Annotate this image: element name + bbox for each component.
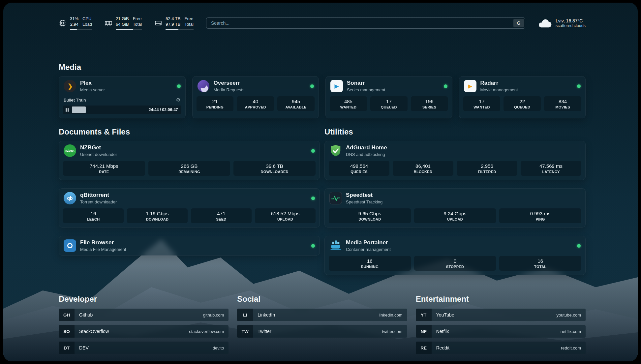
bookmark-url: twitter.com [382,325,407,338]
stat-tile: 196 SERIES [411,96,448,111]
status-dot [577,244,581,248]
stat-label: LATENCY [522,170,580,174]
entertainment-heading: Entertainment [416,294,586,304]
status-dot [177,84,181,88]
memory-total-value: 64 GiB [116,22,129,27]
stat-value: 40 [238,99,273,104]
stat-label: STOPPED [415,265,495,269]
bookmark-abbr: DT [59,342,75,354]
memory-icon [105,19,112,27]
service-card-sonarr[interactable]: ▶ Sonarr Series management 485 WANTED [325,76,452,118]
service-card-filebrowser[interactable]: File Browser Media File Management [59,236,320,256]
portainer-icon [329,239,342,252]
bookmark-name: YouTube [432,309,454,321]
stat-value: 618.52 Mbps [256,211,314,216]
search-engine-button[interactable]: G [513,19,524,27]
stat-label: QUEUED [505,105,539,109]
stat-value: 0 [415,258,495,264]
developer-heading: Developer [59,294,229,304]
service-subtitle: Container management [346,247,391,252]
section-media: Media ❯ Plex Media server Bullet Train [59,62,586,118]
stat-tile: 1.19 Gbps DOWNLOAD [127,208,188,223]
stat-label: PENDING [198,105,232,109]
stat-tile: 9.24 Gbps UPLOAD [414,208,496,223]
cpu-load-label: Load [82,22,92,27]
status-dot [310,84,314,88]
bookmark-name: Github [75,309,93,321]
stat-tile: 47.569 ms LATENCY [521,161,581,176]
stat-label: BLOCKED [394,170,452,174]
bookmark-linkedin[interactable]: LI LinkedIn linkedin.com [237,309,407,321]
service-card-plex[interactable]: ❯ Plex Media server Bullet Train ⚙ [59,76,186,118]
status-dot [311,149,315,153]
sonarr-icon: ▶ [330,80,343,92]
cpu-progress-track [70,29,92,30]
stat-label: QUEUED [372,105,406,109]
stat-value: 16 [330,258,410,264]
stat-value: 744.21 Mbps [64,163,144,169]
social-heading: Social [237,294,407,304]
stat-tile: 618.52 Mbps UPLOAD [255,208,316,223]
stat-value: 2,956 [458,163,516,169]
stat-label: QUERIES [330,170,388,174]
disk-total-label: Total [184,22,193,27]
service-subtitle: Series management [347,87,385,92]
search-input[interactable] [206,17,525,29]
service-subtitle: Media server [80,87,105,92]
stat-tile: 498,564 QUERIES [329,161,389,176]
service-card-nzbget[interactable]: nzbget NZBGet Usenet downloader 744.21 M… [59,141,320,180]
bookmark-name: LinkedIn [253,309,275,321]
status-dot [311,244,315,248]
memory-free-label: Free [133,16,142,22]
stat-label: PING [501,217,580,221]
bookmark-dev[interactable]: DT DEV dev.to [59,342,229,354]
stat-tile: 945 AVAILABLE [277,96,315,111]
stat-value: 16 [64,211,122,216]
bookmark-url: dev.to [213,342,229,354]
stat-value: 0.993 ms [501,211,580,216]
overseerr-icon [197,80,210,92]
service-subtitle: Usenet downloader [80,152,117,157]
seek-bar[interactable] [72,106,145,113]
bookmark-stackoverflow[interactable]: SO StackOverflow stackoverflow.com [59,325,229,338]
bookmark-twitter[interactable]: TW Twitter twitter.com [237,325,407,338]
stat-value: 86,401 [394,163,452,169]
bookmark-reddit[interactable]: RE Reddit reddit.com [416,342,586,354]
disk-total-value: 97.9 TB [166,22,180,27]
stat-label: AVAILABLE [279,105,313,109]
memory-free-value: 21 GiB [116,16,129,22]
stat-tile: 0.993 ms PING [499,208,581,223]
now-playing-title: Bullet Train [64,98,86,103]
stat-label: UPLOAD [256,217,314,221]
service-card-radarr[interactable]: ▶ Radarr Movie management 17 WANTED [459,76,586,118]
bookmark-abbr: TW [237,325,253,338]
service-card-portainer[interactable]: Media Portainer Container management 16 … [324,236,586,275]
service-card-speedtest[interactable]: Speedtest Speedtest Tracking 9.65 Gbps D… [324,188,586,228]
service-subtitle: Speedtest Tracking [346,199,382,204]
service-card-overseerr[interactable]: Overseerr Media Requests 21 PENDING 40 A… [192,76,319,118]
stat-label: SEED [192,217,250,221]
weather-location: Lviv, 16.87°C [556,18,586,23]
stat-tile: 471 SEED [191,208,252,223]
search-bar: G [206,17,525,29]
bookmark-netflix[interactable]: NF Netflix netflix.com [416,325,586,338]
pause-button[interactable] [66,108,69,112]
bookmark-github[interactable]: GH Github github.com [59,309,229,321]
stat-tile: 86,401 BLOCKED [393,161,453,176]
service-card-qbittorrent[interactable]: qb qBittorrent Torrent downloader 16 [59,188,320,228]
bookmark-youtube[interactable]: YT YouTube youtube.com [416,309,586,321]
stat-value: 47.569 ms [522,163,580,169]
speedtest-icon [329,192,342,204]
stat-value: 9.24 Gbps [415,211,495,216]
gear-icon[interactable]: ⚙ [176,97,180,103]
weather-widget[interactable]: Lviv, 16.87°C scattered clouds [538,18,586,28]
stat-label: UPLOAD [415,217,495,221]
service-title: AdGuard Home [346,144,387,151]
stat-label: SERIES [412,105,447,109]
stat-label: WANTED [465,105,499,109]
stat-label: DOWNLOAD [330,217,410,221]
stat-label: RATE [64,170,144,174]
bookmark-name: Twitter [253,325,271,338]
service-card-adguard[interactable]: AdGuard Home DNS and adblocking 498,564 … [324,141,586,180]
bookmark-name: DEV [75,342,89,354]
